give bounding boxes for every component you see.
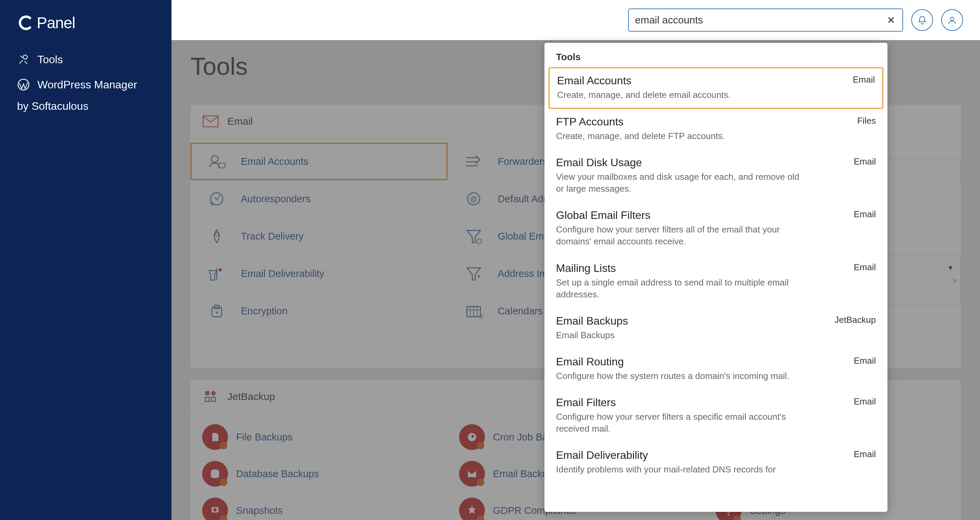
result-title: Email Filters — [556, 396, 616, 409]
sidebar: Panel Tools WordPress Manager by Softacu… — [0, 0, 172, 520]
search-result-item[interactable]: Email RoutingEmailConfigure how the syst… — [544, 349, 888, 390]
search-result-item[interactable]: Global Email FiltersEmailConfigure how y… — [544, 202, 888, 255]
result-title: FTP Accounts — [556, 116, 624, 128]
nav-wordpress-label: WordPress Manager — [37, 79, 137, 91]
result-description: Create, manage, and delete email account… — [557, 89, 802, 101]
search-result-item[interactable]: Email Disk UsageEmailView your mailboxes… — [544, 149, 888, 202]
search-result-item[interactable]: Mailing ListsEmailSet up a single email … — [544, 255, 888, 308]
result-category: JetBackup — [835, 315, 876, 325]
result-category: Email — [854, 355, 876, 366]
bell-icon — [917, 15, 927, 25]
result-title: Email Deliverability — [556, 449, 648, 461]
result-title: Global Email Filters — [556, 209, 650, 222]
logo: Panel — [0, 14, 172, 32]
result-description: Create, manage, and delete FTP accounts. — [556, 130, 801, 142]
nav-wordpress[interactable]: WordPress Manager — [0, 72, 172, 97]
result-description: Set up a single email address to send ma… — [556, 277, 801, 300]
result-description: Configure how your server filters a spec… — [556, 411, 801, 435]
nav-tools[interactable]: Tools — [0, 47, 172, 72]
tools-icon — [17, 53, 30, 66]
dropdown-header: Tools — [544, 43, 888, 67]
result-category: Files — [857, 116, 876, 126]
user-icon — [947, 15, 957, 25]
byline: by Softaculous — [0, 97, 172, 115]
result-category: Email — [854, 209, 876, 220]
svg-point-1 — [950, 17, 954, 21]
result-description: Configure how your server filters all of… — [556, 224, 801, 247]
search-result-item[interactable]: Email FiltersEmailConfigure how your ser… — [544, 390, 888, 442]
result-title: Email Routing — [556, 355, 624, 368]
result-category: Email — [854, 156, 876, 167]
cpanel-c-icon — [17, 14, 35, 32]
result-title: Email Accounts — [557, 75, 632, 87]
result-category: Email — [854, 262, 876, 273]
result-description: Identify problems with your mail-related… — [556, 464, 801, 476]
search-result-item[interactable]: FTP AccountsFilesCreate, manage, and del… — [544, 109, 888, 149]
result-category: Email — [854, 396, 876, 407]
result-title: Email Disk Usage — [556, 156, 642, 169]
result-title: Mailing Lists — [556, 262, 616, 274]
result-title: Email Backups — [556, 315, 628, 327]
search-result-item[interactable]: Email AccountsEmailCreate, manage, and d… — [549, 67, 883, 109]
search-result-item[interactable]: Email DeliverabilityEmailIdentify proble… — [544, 442, 888, 483]
result-category: Email — [854, 449, 876, 460]
search-input[interactable] — [635, 14, 886, 26]
topbar: ✕ — [172, 0, 980, 40]
result-description: View your mailboxes and disk usage for e… — [556, 171, 801, 195]
notifications-button[interactable] — [911, 9, 933, 31]
search-result-item[interactable]: Email BackupsJetBackupEmail Backups — [544, 308, 888, 349]
result-description: Email Backups — [556, 329, 801, 341]
account-button[interactable] — [941, 9, 963, 31]
result-category: Email — [853, 75, 875, 85]
clear-search-icon[interactable]: ✕ — [886, 14, 896, 26]
result-description: Configure how the system routes a domain… — [556, 370, 801, 382]
wordpress-icon — [17, 78, 30, 91]
logo-text: Panel — [37, 14, 75, 32]
search-field[interactable]: ✕ — [628, 8, 903, 32]
search-results-dropdown: Tools Email AccountsEmailCreate, manage,… — [544, 43, 888, 512]
nav-tools-label: Tools — [37, 53, 63, 66]
